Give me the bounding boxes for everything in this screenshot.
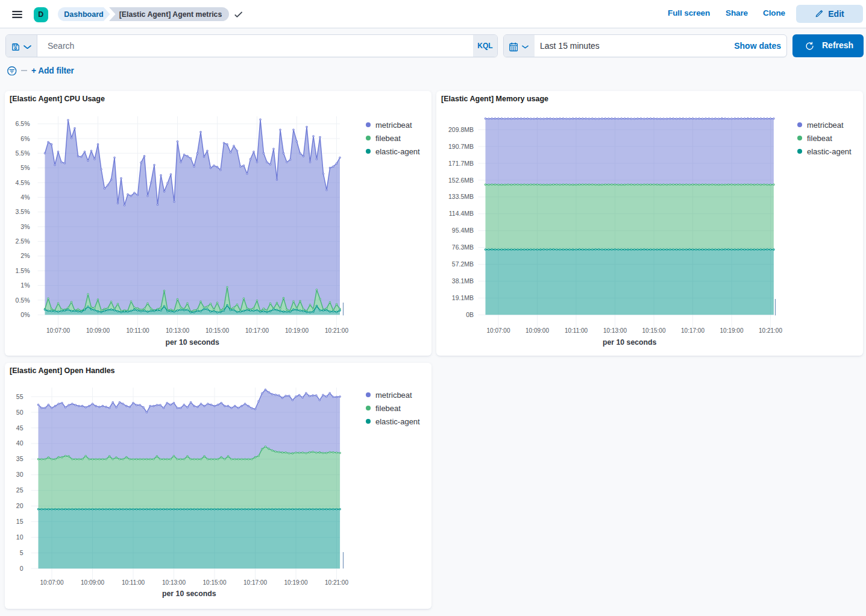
svg-text:10:19:00: 10:19:00	[284, 579, 308, 586]
svg-text:5.5%: 5.5%	[16, 149, 30, 157]
svg-text:10:21:00: 10:21:00	[759, 327, 782, 334]
svg-text:35: 35	[16, 455, 24, 462]
svg-text:10:11:00: 10:11:00	[126, 327, 149, 334]
svg-text:10:13:00: 10:13:00	[603, 327, 627, 334]
svg-text:1%: 1%	[20, 281, 30, 289]
svg-text:171.7MB: 171.7MB	[448, 160, 474, 167]
svg-text:4%: 4%	[20, 193, 30, 201]
svg-text:10: 10	[16, 533, 24, 541]
svg-text:152.6MB: 152.6MB	[448, 177, 474, 184]
svg-text:0%: 0%	[20, 311, 30, 318]
svg-text:per 10 seconds: per 10 seconds	[603, 338, 657, 347]
svg-text:114.4MB: 114.4MB	[449, 210, 474, 217]
svg-text:0: 0	[20, 565, 24, 572]
svg-text:5%: 5%	[20, 164, 30, 171]
svg-text:10:17:00: 10:17:00	[681, 327, 704, 334]
svg-text:38.1MB: 38.1MB	[452, 277, 474, 284]
svg-text:2%: 2%	[20, 252, 30, 259]
svg-text:10:09:00: 10:09:00	[86, 327, 110, 334]
svg-text:10:13:00: 10:13:00	[166, 327, 189, 334]
svg-text:30: 30	[16, 471, 24, 478]
svg-text:57.2MB: 57.2MB	[452, 260, 474, 268]
svg-text:10:07:00: 10:07:00	[40, 579, 64, 586]
svg-text:10:07:00: 10:07:00	[46, 327, 70, 334]
svg-text:10:09:00: 10:09:00	[81, 579, 104, 586]
svg-text:4.5%: 4.5%	[16, 179, 30, 186]
svg-text:10:11:00: 10:11:00	[122, 579, 145, 586]
svg-text:6%: 6%	[20, 135, 30, 142]
svg-text:10:15:00: 10:15:00	[206, 327, 229, 334]
svg-text:10:15:00: 10:15:00	[203, 579, 227, 586]
svg-text:19.1MB: 19.1MB	[452, 294, 474, 301]
svg-text:76.3MB: 76.3MB	[452, 244, 474, 251]
svg-text:10:11:00: 10:11:00	[565, 327, 588, 334]
svg-text:10:21:00: 10:21:00	[325, 579, 348, 586]
svg-text:50: 50	[16, 409, 24, 416]
svg-text:190.7MB: 190.7MB	[448, 143, 474, 150]
svg-text:0.5%: 0.5%	[16, 297, 30, 304]
svg-text:95.4MB: 95.4MB	[452, 227, 474, 234]
svg-text:[Elastic Agent] Agent metrics: [Elastic Agent] Agent metrics	[119, 10, 222, 19]
svg-text:3.5%: 3.5%	[16, 208, 30, 215]
svg-text:0B: 0B	[466, 311, 474, 318]
svg-text:10:17:00: 10:17:00	[243, 579, 267, 586]
svg-text:45: 45	[16, 424, 24, 432]
svg-text:10:17:00: 10:17:00	[245, 327, 269, 334]
svg-text:10:09:00: 10:09:00	[526, 327, 549, 334]
svg-text:1.5%: 1.5%	[16, 267, 30, 274]
svg-text:3%: 3%	[20, 223, 30, 230]
svg-text:20: 20	[16, 502, 24, 509]
svg-text:10:13:00: 10:13:00	[162, 579, 186, 586]
svg-text:5: 5	[20, 549, 24, 556]
svg-text:10:07:00: 10:07:00	[487, 327, 510, 334]
svg-text:per 10 seconds: per 10 seconds	[165, 338, 219, 347]
svg-text:10:19:00: 10:19:00	[720, 327, 744, 334]
svg-text:6.5%: 6.5%	[16, 120, 30, 127]
svg-text:25: 25	[16, 486, 24, 494]
svg-text:10:21:00: 10:21:00	[325, 327, 348, 334]
svg-text:15: 15	[16, 518, 24, 525]
svg-text:10:19:00: 10:19:00	[285, 327, 309, 334]
svg-text:209.8MB: 209.8MB	[448, 126, 474, 133]
svg-text:55: 55	[16, 393, 24, 400]
svg-text:133.5MB: 133.5MB	[448, 193, 474, 200]
svg-text:2.5%: 2.5%	[16, 237, 30, 245]
svg-text:10:15:00: 10:15:00	[642, 327, 666, 334]
svg-text:per 10 seconds: per 10 seconds	[162, 589, 216, 598]
svg-text:Dashboard: Dashboard	[64, 10, 103, 19]
svg-text:40: 40	[16, 439, 24, 447]
